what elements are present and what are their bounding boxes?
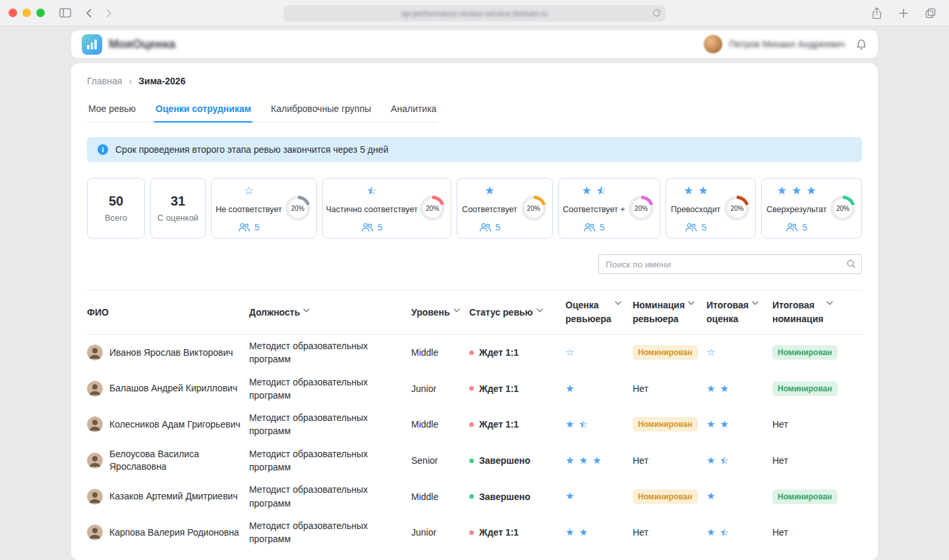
- rating-card-stars: ☆★: [366, 184, 376, 197]
- column-header-label: Статус ревью: [469, 306, 533, 320]
- reviewer-rating-stars: ★: [565, 491, 574, 502]
- back-button[interactable]: [83, 6, 94, 20]
- status-label: Завершено: [479, 455, 531, 466]
- tab-my-review[interactable]: Мое ревью: [87, 97, 137, 123]
- rating-card-meeting[interactable]: ★Соответствует520%: [457, 178, 552, 238]
- address-bar[interactable]: ap-performance-review-service.domain.ru: [283, 5, 666, 22]
- employee-name: Иванов Ярослав Викторович: [109, 347, 233, 359]
- zoom-window-button[interactable]: [36, 9, 45, 17]
- main-content: Главная › Зима-2026 Мое ревьюОценки сотр…: [71, 63, 878, 560]
- position-cell: Методист образовательных программ: [249, 339, 411, 366]
- reviewer-nomination-cell: Нет: [633, 455, 706, 466]
- breadcrumb-current: Зима-2026: [138, 76, 185, 86]
- star-full-icon: ★: [565, 491, 574, 502]
- review-status-cell: Завершено: [469, 455, 565, 466]
- rating-card-label: Соответствует +: [563, 205, 625, 214]
- stat-rated-card[interactable]: 31 С оценкой: [150, 178, 206, 238]
- table-row[interactable]: Балашов Андрей КирилловичМетодист образо…: [87, 371, 862, 407]
- rating-card-percent: 20%: [834, 199, 852, 217]
- position-cell: Методист образовательных программ: [249, 376, 411, 403]
- table-row[interactable]: Иванов Ярослав ВикторовичМетодист образо…: [87, 335, 862, 371]
- star-full-icon: ★: [683, 184, 693, 197]
- rating-card-count: 5: [685, 222, 706, 233]
- star-full-icon: ★: [579, 455, 587, 466]
- status-label: Завершено: [479, 491, 531, 502]
- tab-employee-ratings[interactable]: Оценки сотрудникам: [154, 97, 252, 123]
- table-row[interactable]: Колесников Адам ГригорьевичМетодист обра…: [87, 406, 862, 443]
- app-header: МояОценка Петров Михаил Андреевич: [71, 30, 878, 58]
- minimize-window-button[interactable]: [22, 9, 31, 17]
- position-cell: Методист образовательных программ: [249, 411, 411, 438]
- star-full-icon: ★: [565, 455, 574, 466]
- tabs-overview-button[interactable]: [923, 5, 938, 21]
- table-row[interactable]: Карпова Валерия РодионовнаМетодист образ…: [87, 515, 862, 551]
- reviewer-rating-stars: ★★★: [565, 455, 601, 466]
- rating-card-stars: ☆: [244, 184, 254, 197]
- forward-button[interactable]: [103, 6, 115, 20]
- reviewer-rating-cell: ★: [565, 491, 633, 502]
- table-row[interactable]: Казаков Артемий ДмитриевичМетодист образ…: [87, 478, 862, 515]
- status-dot: [469, 494, 474, 499]
- column-header-position[interactable]: Должность: [249, 306, 411, 320]
- people-icon: [238, 223, 250, 232]
- position-cell: Методист образовательных программ: [249, 519, 411, 546]
- rating-card-count: 5: [583, 222, 605, 233]
- reviewer-nomination-cell: Номинирован: [633, 417, 706, 432]
- stat-total-card[interactable]: 50 Всего: [87, 178, 145, 238]
- rating-card-label: Соответствует: [462, 205, 517, 214]
- new-tab-button[interactable]: [896, 6, 911, 20]
- rating-card-count-value: 5: [802, 222, 807, 233]
- rating-card-donut-chart: 20%: [830, 196, 855, 221]
- rating-card-count: 5: [479, 222, 501, 233]
- search-input[interactable]: [598, 254, 862, 274]
- star-half-icon: ☆★: [579, 419, 587, 430]
- rating-card-not-meeting[interactable]: ☆Не соответствует520%: [211, 178, 317, 238]
- rating-card-partially-meeting[interactable]: ☆★Частично соответствует520%: [322, 178, 452, 238]
- final-rating-cell: ★☆★: [706, 455, 772, 466]
- column-header-final-rating[interactable]: Итоговая оценка: [706, 298, 772, 326]
- rating-card-count: 5: [238, 222, 260, 233]
- people-icon: [479, 223, 492, 232]
- breadcrumb-home-link[interactable]: Главная: [87, 76, 122, 86]
- star-full-icon: ★: [720, 383, 728, 395]
- column-header-level[interactable]: Уровень: [411, 306, 469, 320]
- employee-cell: Колесников Адам Григорьевич: [87, 416, 249, 432]
- reviewer-nomination-cell: Номинирован: [633, 490, 706, 504]
- rating-card-donut-chart: 20%: [724, 196, 749, 221]
- column-header-final-nomination[interactable]: Итоговая номинация: [772, 298, 862, 326]
- search-icon: [846, 259, 856, 271]
- rating-card-outstanding[interactable]: ★★★Сверхрезультат520%: [761, 178, 862, 238]
- reload-icon[interactable]: [652, 9, 661, 19]
- column-header-review-status[interactable]: Статус ревью: [469, 306, 565, 320]
- share-button[interactable]: [869, 5, 884, 22]
- rating-card-label: Сверхрезультат: [766, 205, 827, 214]
- employee-cell: Белоусова Василиса Ярославовна: [87, 448, 249, 473]
- notifications-bell-icon[interactable]: [855, 38, 867, 51]
- tab-calibration-groups[interactable]: Калибровочные группы: [270, 97, 372, 123]
- star-full-icon: ★: [581, 184, 591, 197]
- user-menu[interactable]: Петров Михаил Андреевич: [704, 35, 867, 53]
- final-nomination-cell: Номинирован: [772, 490, 862, 504]
- column-header-fio: ФИО: [87, 306, 249, 320]
- column-header-reviewer-rating[interactable]: Оценка ревьюера: [565, 298, 633, 326]
- rating-card-meeting-plus[interactable]: ★☆★Соответствует +520%: [558, 178, 660, 238]
- review-status-cell: Ждет 1:1: [469, 383, 565, 394]
- final-rating-stars: ★★: [706, 383, 729, 395]
- status-label: Ждет 1:1: [479, 527, 519, 538]
- close-window-button[interactable]: [9, 9, 17, 17]
- user-avatar[interactable]: [704, 35, 722, 53]
- column-header-label: Должность: [249, 306, 300, 320]
- breadcrumb: Главная › Зима-2026: [87, 75, 862, 86]
- sidebar-toggle-icon[interactable]: [57, 5, 74, 20]
- rating-card-exceeding[interactable]: ★★Превосходит520%: [666, 178, 757, 238]
- star-full-icon: ★: [706, 491, 715, 502]
- star-full-icon: ★: [565, 419, 574, 430]
- sort-chevron-icon: [688, 301, 695, 305]
- column-header-reviewer-nomination[interactable]: Номинация ревьюера: [633, 298, 706, 326]
- star-full-icon: ★: [706, 383, 715, 395]
- tab-analytics[interactable]: Аналитика: [389, 97, 438, 123]
- final-nomination-cell: Нет: [772, 527, 862, 538]
- final-nomination-cell: Нет: [772, 455, 862, 466]
- sort-chevron-icon: [826, 301, 833, 305]
- table-row[interactable]: Белоусова Василиса ЯрославовнаМетодист о…: [87, 443, 862, 479]
